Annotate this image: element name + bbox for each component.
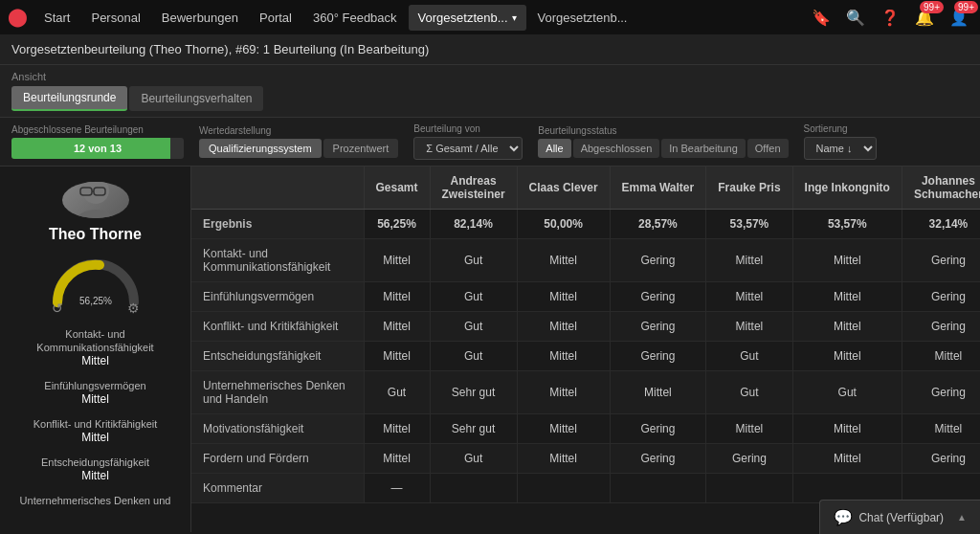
row-category: Kontakt- und Kommunikationsfähigkeit xyxy=(191,239,364,282)
row-cell: Mittel xyxy=(792,342,902,371)
col-inge: Inge Inkongnito xyxy=(792,167,902,210)
row-cell: Mittel xyxy=(364,444,430,474)
sortierung-label: Sortierung xyxy=(804,123,877,134)
table-row: EinfühlungsvermögenMittelGutMittelGering… xyxy=(191,282,980,312)
sidebar-skill-5: Unternehmerisches Denken und xyxy=(8,494,183,507)
bookmark-icon[interactable]: 🔖 xyxy=(808,5,835,31)
status-abgeschlossen-button[interactable]: Abgeschlossen xyxy=(573,139,660,158)
row-category: Fordern und Fördern xyxy=(191,444,364,474)
svg-text:56,25%: 56,25% xyxy=(79,296,112,306)
row-cell xyxy=(706,474,792,503)
main-layout: Theo Thorne 56,25% ↺ ⚙ Kontakt- und Komm… xyxy=(0,167,980,532)
beurteilungsstatus-label: Beurteilungsstatus xyxy=(538,125,788,136)
beurteilungsrunde-button[interactable]: Beurteilungsrunde xyxy=(11,86,127,111)
chat-icon: 💬 xyxy=(834,508,853,526)
nav-start[interactable]: Start xyxy=(34,5,79,31)
table-row: EntscheidungsfähigkeitMittelGutMittelGer… xyxy=(191,342,980,371)
nav-personal[interactable]: Personal xyxy=(81,5,149,31)
filter-beurteilungsstatus: Beurteilungsstatus Alle Abgeschlossen In… xyxy=(538,125,788,158)
prozentwert-button[interactable]: Prozentwert xyxy=(323,139,399,158)
row-cell: Mittel xyxy=(364,282,430,312)
row-cell: Mittel xyxy=(902,414,980,444)
row-cell: 53,57% xyxy=(792,210,902,239)
gauge-svg: 56,25% xyxy=(48,255,144,307)
row-cell: Mittel xyxy=(706,414,792,444)
refresh-icon[interactable]: ↺ xyxy=(52,300,63,316)
row-cell: 50,00% xyxy=(517,210,610,239)
row-category: Konflikt- und Kritikfähigkeit xyxy=(191,312,364,342)
filter-wertedarstellung: Wertedarstellung Qualifizierungssystem P… xyxy=(199,125,398,158)
row-cell: Gut xyxy=(706,371,792,414)
row-cell: Gering xyxy=(610,239,706,282)
beurteilungsverhalten-button[interactable]: Beurteilungsverhalten xyxy=(129,86,263,111)
row-cell: 53,57% xyxy=(706,210,792,239)
nav-vorgesetztenb2[interactable]: Vorgesetztenb... xyxy=(528,5,637,31)
settings-icon[interactable]: ⚙ xyxy=(127,300,140,316)
gauge-wrap: 56,25% ↺ ⚙ xyxy=(48,255,144,312)
row-cell: 56,25% xyxy=(364,210,430,239)
row-cell: Mittel xyxy=(792,414,902,444)
row-cell xyxy=(792,474,902,503)
status-inbearbeitung-button[interactable]: In Bearbeitung xyxy=(661,139,746,158)
progress-text: 12 von 13 xyxy=(74,143,122,154)
sidebar: Theo Thorne 56,25% ↺ ⚙ Kontakt- und Komm… xyxy=(0,167,191,532)
table-row: Konflikt- und KritikfähigkeitMittelGutMi… xyxy=(191,312,980,342)
sortierung-select[interactable]: Name ↓ xyxy=(804,137,877,160)
nav-portal[interactable]: Portal xyxy=(250,5,301,31)
row-cell: Mittel xyxy=(706,239,792,282)
row-cell xyxy=(517,474,610,503)
table-row: MotivationsfähigkeitMittelSehr gutMittel… xyxy=(191,414,980,444)
row-cell: Mittel xyxy=(364,342,430,371)
row-cell: Gering xyxy=(902,239,980,282)
nav-vorgesetztenb-active[interactable]: Vorgesetztenb... ▾ xyxy=(409,5,526,31)
chat-label: Chat (Verfügbar) xyxy=(858,511,944,524)
row-category: Einfühlungsvermögen xyxy=(191,282,364,312)
wert-btn-group: Qualifizierungssystem Prozentwert xyxy=(199,139,398,158)
badge-count-2: 99+ xyxy=(954,1,978,13)
col-andreas: AndreasZweisteiner xyxy=(430,167,517,210)
table-row: Unternehmerisches Denken und HandelnGutS… xyxy=(191,371,980,414)
row-cell: Mittel xyxy=(792,312,902,342)
header-bar: Vorgesetztenbeurteilung (Theo Thorne), #… xyxy=(0,34,980,65)
sidebar-skills: Kontakt- und Kommunikationsfähigkeit Mit… xyxy=(8,327,183,517)
nav-bewerbungen[interactable]: Bewerbungen xyxy=(152,5,248,31)
row-cell: Mittel xyxy=(610,371,706,414)
logo[interactable]: ⬤ xyxy=(8,7,27,28)
status-alle-button[interactable]: Alle xyxy=(538,139,570,158)
chat-bubble[interactable]: 💬 Chat (Verfügbar) ▲ xyxy=(819,500,980,534)
row-cell: Mittel xyxy=(364,239,430,282)
beurteilung-von-select[interactable]: Σ Gesamt / Alle xyxy=(413,137,523,160)
abgeschlossene-label: Abgeschlossene Beurteilungen xyxy=(11,124,184,135)
row-cell xyxy=(610,474,706,503)
row-cell: Gering xyxy=(902,444,980,474)
col-emma: Emma Walter xyxy=(610,167,706,210)
row-cell: Mittel xyxy=(517,312,610,342)
search-icon[interactable]: 🔍 xyxy=(842,5,869,31)
col-frauke: Frauke Pris xyxy=(706,167,792,210)
help-icon[interactable]: ❓ xyxy=(877,5,903,31)
row-cell: Gering xyxy=(902,371,980,414)
row-cell: Gering xyxy=(610,342,706,371)
row-category: Kommentar xyxy=(191,474,364,503)
row-cell: Gering xyxy=(610,312,706,342)
status-offen-button[interactable]: Offen xyxy=(747,139,789,158)
row-category: Motivationsfähigkeit xyxy=(191,414,364,444)
filter-row: Abgeschlossene Beurteilungen 12 von 13 W… xyxy=(0,118,980,167)
sidebar-skill-2: Einfühlungsvermögen Mittel xyxy=(8,379,183,408)
row-cell: Mittel xyxy=(706,282,792,312)
row-cell: Gering xyxy=(610,414,706,444)
data-table-wrap[interactable]: Gesamt AndreasZweisteiner Claas Clever E… xyxy=(191,167,980,532)
qualifizierungssystem-button[interactable]: Qualifizierungssystem xyxy=(199,139,322,158)
notification-badge-1[interactable]: 🔔 99+ xyxy=(911,5,938,31)
filter-beurteilung-von: Beurteilung von Σ Gesamt / Alle xyxy=(413,123,523,160)
row-cell: Gut xyxy=(430,282,517,312)
filter-sortierung: Sortierung Name ↓ xyxy=(804,123,877,160)
data-table: Gesamt AndreasZweisteiner Claas Clever E… xyxy=(191,167,980,503)
top-nav: ⬤ Start Personal Bewerbungen Portal 360°… xyxy=(0,0,980,34)
notification-badge-2[interactable]: 👤 99+ xyxy=(946,5,972,31)
row-cell: Mittel xyxy=(517,414,610,444)
row-cell: Gut xyxy=(430,342,517,371)
view-btn-group: Beurteilungsrunde Beurteilungsverhalten xyxy=(11,86,969,111)
nav-feedback[interactable]: 360° Feedback xyxy=(303,5,407,31)
row-category: Ergebnis xyxy=(191,210,364,239)
